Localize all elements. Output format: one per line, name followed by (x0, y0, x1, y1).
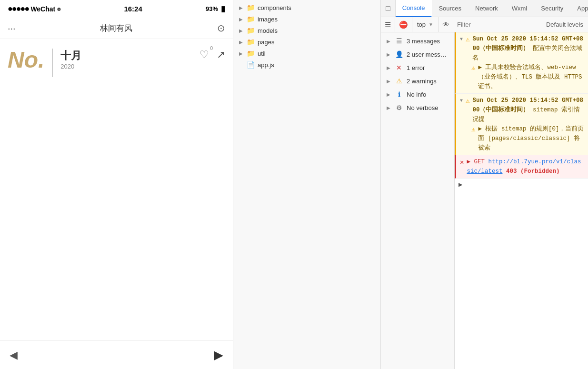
context-selector[interactable]: top ▼ (412, 17, 439, 32)
tree-item-components[interactable]: ▶ 📁 components (233, 2, 380, 13)
log-entry-3: ✕ ▶ GET http://bl.7yue.pro/v1/classic/la… (455, 155, 588, 179)
console-sidebar: ▶ ☰ 3 messages ▶ 👤 2 user mess… ▶ ✕ 1 er… (381, 32, 455, 369)
time-label: 16:24 (124, 5, 142, 13)
magazine-year: 2020 (60, 63, 81, 70)
folder-icon-2: 📁 (247, 27, 255, 34)
tree-label-0: components (258, 4, 375, 11)
inspector-icon-btn[interactable]: □ (381, 0, 396, 17)
log-sub-text-2: ▶ 根据 sitemap 的规则[0]，当前页面 [pages/classic/… (478, 124, 584, 153)
play-button[interactable]: ▶ (214, 348, 223, 362)
log-text-3: ▶ GET http://bl.7yue.pro/v1/classic/late… (467, 157, 584, 176)
tree-item-app.js[interactable]: 📄 app.js (233, 59, 380, 70)
filter-item-error[interactable]: ▶ ✕ 1 error (381, 61, 454, 74)
tab-wxml[interactable]: Wxml (505, 0, 535, 17)
filter-expand-5: ▶ (387, 105, 391, 110)
filter-item-verbose[interactable]: ▶ ⚙ No verbose (381, 101, 454, 114)
devtools-panel: □ ConsoleSourcesNetworkWxmlSecurityAppDa… (381, 0, 588, 369)
tree-arrow-4: ▶ (239, 51, 244, 56)
filter-item-user[interactable]: ▶ 👤 2 user mess… (381, 48, 454, 61)
filter-item-messages[interactable]: ▶ ☰ 3 messages (381, 34, 454, 48)
tab-sources[interactable]: Sources (432, 0, 468, 17)
filter-input[interactable] (453, 17, 541, 32)
filter-icon-messages: ☰ (395, 37, 403, 45)
tab-network[interactable]: Network (468, 0, 505, 17)
log-indent-2: ⚠ ▶ 根据 sitemap 的规则[0]，当前页面 [pages/classi… (471, 124, 584, 153)
folder-icon-4: 📁 (247, 50, 255, 57)
tree-label-2: models (258, 27, 375, 34)
chat-title: 林间有风 (16, 23, 217, 34)
battery-status: 93% ▮ (206, 4, 225, 13)
like-count: 0 (210, 46, 213, 51)
tab-appdata[interactable]: AppData (570, 0, 588, 17)
tree-arrow-0: ▶ (239, 5, 244, 10)
filter-expand-2: ▶ (387, 65, 391, 70)
tree-item-images[interactable]: ▶ 📁 images (233, 13, 380, 25)
filter-expand-3: ▶ (387, 79, 391, 84)
more-button[interactable]: ··· (8, 23, 16, 34)
log-indent-1: ⚠ ▶ 工具未校验合法域名、web-view（业务域名）、TLS 版本以及 HT… (471, 63, 584, 91)
warning-icon-1: ⚠ (466, 34, 469, 45)
filter-item-info[interactable]: ▶ ℹ No info (381, 88, 454, 101)
magazine-date: 十月 2020 (60, 49, 81, 70)
tab-security[interactable]: Security (534, 0, 570, 17)
expand-icon-1: ▼ (460, 36, 463, 43)
magazine-no-label: No. (8, 49, 44, 71)
filter-label-3: 2 warnings (407, 78, 448, 85)
context-dropdown-icon: ▼ (429, 22, 433, 27)
filter-icon-warning: ⚠ (395, 77, 403, 85)
devtools-tabs: □ ConsoleSourcesNetworkWxmlSecurityAppDa… (381, 0, 588, 17)
console-body: ▶ ☰ 3 messages ▶ 👤 2 user mess… ▶ ✕ 1 er… (381, 32, 588, 369)
tree-item-pages[interactable]: ▶ 📁 pages (233, 36, 380, 48)
log-entry-1: ▼ ⚠ Sun Oct 25 2020 15:14:52 GMT+0800（中国… (455, 32, 588, 94)
file-tree-scroll: ▶ 📁 components ▶ 📁 images ▶ 📁 models ▶ 📁… (233, 0, 380, 72)
filter-label-2: 1 error (407, 64, 448, 71)
console-log-area: ▼ ⚠ Sun Oct 25 2020 15:14:52 GMT+0800（中国… (455, 32, 588, 369)
target-icon[interactable]: ⊙ (217, 22, 225, 34)
clear-console-btn[interactable]: ⛔ (395, 17, 412, 32)
error-status: 403 (Forbidden) (502, 168, 559, 175)
log-text-2: Sun Oct 25 2020 15:14:52 GMT+0800（中国标准时间… (472, 96, 584, 124)
filter-item-warning[interactable]: ▶ ⚠ 2 warnings (381, 74, 454, 88)
default-levels-btn[interactable]: Default levels (541, 21, 588, 28)
sidebar-toggle-btn[interactable]: ☰ (381, 17, 395, 32)
phone-header: ··· 林间有风 ⊙ (0, 18, 233, 39)
error-icon-3: ✕ (460, 157, 464, 168)
filter-icon-error: ✕ (395, 64, 403, 71)
log-header-3[interactable]: ✕ ▶ GET http://bl.7yue.pro/v1/classic/la… (460, 157, 584, 176)
log-header-1[interactable]: ▼ ⚠ Sun Oct 25 2020 15:14:52 GMT+0800（中国… (460, 34, 584, 63)
warning-icon-sub-2: ⚠ (471, 124, 475, 135)
folder-icon-3: 📁 (247, 38, 255, 46)
tree-item-util[interactable]: ▶ 📁 util (233, 48, 380, 59)
like-button[interactable]: ♡0 (199, 49, 209, 61)
context-label: top (417, 21, 426, 28)
warning-icon-2: ⚠ (466, 96, 469, 106)
filter-label-0: 3 messages (407, 38, 448, 45)
filter-expand-1: ▶ (387, 52, 391, 57)
tab-console[interactable]: Console (396, 0, 432, 17)
warning-icon-sub-1: ⚠ (471, 63, 475, 73)
filter-expand-4: ▶ (387, 92, 391, 97)
filter-label-5: No verbose (407, 104, 448, 111)
log-entry-2: ▼ ⚠ Sun Oct 25 2020 15:14:52 GMT+0800（中国… (455, 94, 588, 155)
log-sub-header-2[interactable]: ⚠ ▶ 根据 sitemap 的规则[0]，当前页面 [pages/classi… (471, 124, 584, 153)
log-header-2[interactable]: ▼ ⚠ Sun Oct 25 2020 15:14:52 GMT+0800（中国… (460, 96, 584, 124)
live-expressions-btn[interactable]: 👁 (439, 17, 453, 32)
status-left: ●●●●● WeChat ⌾ (8, 4, 60, 14)
card-actions: ♡0 ↗ (199, 49, 225, 61)
log-cursor-row: ▶ (455, 179, 588, 190)
folder-icon-0: 📁 (247, 4, 255, 11)
folder-icon-5: 📄 (247, 61, 255, 69)
wifi-icon: ⌾ (57, 6, 60, 12)
file-tree-panel: ▶ 📁 components ▶ 📁 images ▶ 📁 models ▶ 📁… (233, 0, 381, 369)
tree-arrow-2: ▶ (239, 28, 244, 33)
share-button[interactable]: ↗ (217, 49, 225, 61)
tree-arrow-1: ▶ (239, 17, 244, 22)
phone-panel: ●●●●● WeChat ⌾ 16:24 93% ▮ ··· 林间有风 ⊙ No… (0, 0, 233, 369)
console-cursor[interactable]: ▶ (458, 180, 462, 189)
tree-item-models[interactable]: ▶ 📁 models (233, 25, 380, 36)
magazine-divider (52, 49, 53, 77)
log-sub-header-1[interactable]: ⚠ ▶ 工具未校验合法域名、web-view（业务域名）、TLS 版本以及 HT… (471, 63, 584, 91)
expand-icon-2: ▼ (460, 97, 463, 105)
tree-arrow-3: ▶ (239, 40, 244, 45)
back-button[interactable]: ◀ (10, 349, 18, 361)
